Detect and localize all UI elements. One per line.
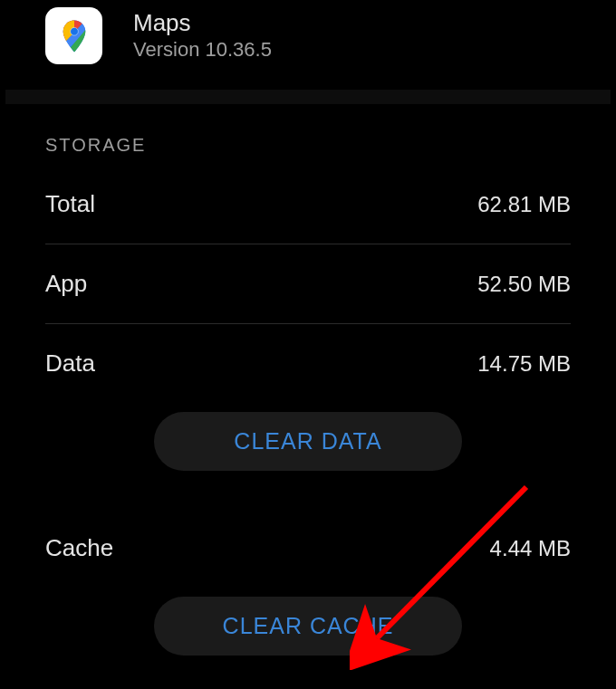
maps-pin-icon (55, 17, 93, 55)
storage-row-app: App 52.50 MB (45, 244, 571, 323)
storage-section-title: STORAGE (45, 104, 571, 165)
app-version: Version 10.36.5 (133, 38, 272, 62)
clear-cache-button[interactable]: CLEAR CACHE (154, 597, 462, 656)
row-value-app: 52.50 MB (477, 272, 571, 297)
storage-row-cache: Cache 4.44 MB (45, 509, 571, 588)
section-divider (5, 90, 611, 104)
row-label-cache: Cache (45, 534, 113, 562)
storage-row-data: Data 14.75 MB (45, 323, 571, 403)
maps-app-icon (45, 7, 102, 64)
row-value-cache: 4.44 MB (490, 536, 571, 561)
app-name: Maps (133, 10, 272, 36)
app-header: Maps Version 10.36.5 (5, 0, 611, 72)
row-value-data: 14.75 MB (477, 351, 571, 377)
row-label-app: App (45, 270, 87, 298)
storage-row-total: Total 62.81 MB (45, 165, 571, 244)
row-label-total: Total (45, 190, 95, 218)
storage-section: STORAGE Total 62.81 MB App 52.50 MB Data… (5, 104, 611, 674)
clear-data-button[interactable]: CLEAR DATA (154, 412, 462, 471)
row-label-data: Data (45, 349, 95, 378)
row-value-total: 62.81 MB (477, 192, 571, 217)
